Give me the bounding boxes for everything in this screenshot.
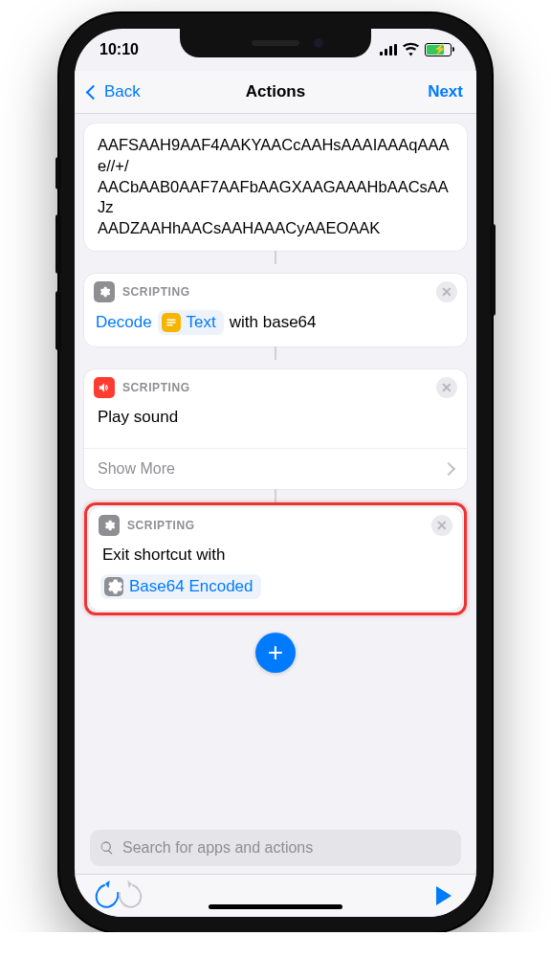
exit-prefix: Exit shortcut with	[100, 544, 451, 574]
next-button[interactable]: Next	[428, 82, 463, 101]
delete-action-button[interactable]: ✕	[431, 515, 452, 536]
search-placeholder: Search for apps and actions	[122, 839, 313, 857]
speaker-icon	[94, 377, 115, 398]
power-button	[490, 224, 496, 316]
notch	[180, 29, 371, 57]
battery-icon: ⚡	[425, 43, 452, 56]
text-lines-icon	[162, 313, 181, 332]
delete-action-button[interactable]: ✕	[436, 281, 457, 302]
back-label: Back	[104, 82, 141, 101]
show-more-button[interactable]: Show More	[84, 448, 467, 489]
chevron-right-icon	[442, 462, 455, 476]
back-button[interactable]: Back	[88, 82, 141, 101]
gear-icon	[104, 577, 123, 596]
token-label: Base64 Encoded	[129, 577, 253, 596]
flow-connector	[275, 346, 276, 360]
text-content: AAFSAAH9AAF4AAKYAACcAAHsAAAIAAAqAAAe//+/…	[98, 136, 449, 236]
run-button[interactable]	[432, 884, 455, 907]
decode-verb[interactable]: Decode	[96, 313, 152, 332]
editor-canvas: AAFSAAH9AAF4AAKYAACcAAHsAAAIAAAqAAAe//+/…	[75, 114, 476, 874]
status-time: 10:10	[99, 41, 139, 58]
play-sound-action-card[interactable]: SCRIPTING ✕ Play sound Show More	[84, 369, 467, 489]
text-variable-token[interactable]: Text	[158, 310, 224, 335]
gear-icon	[94, 281, 115, 302]
action-title: Play sound	[96, 406, 455, 436]
token-label: Text	[187, 313, 216, 332]
search-field[interactable]: Search for apps and actions	[90, 830, 461, 866]
cellular-icon	[380, 44, 397, 56]
category-label: SCRIPTING	[127, 519, 195, 532]
chevron-left-icon	[86, 84, 101, 100]
text-action-card[interactable]: AAFSAAH9AAF4AAKYAACcAAHsAAAIAAAqAAAe//+/…	[84, 123, 467, 251]
wifi-icon	[403, 42, 419, 58]
delete-action-button[interactable]: ✕	[436, 377, 457, 398]
category-label: SCRIPTING	[122, 381, 190, 394]
show-more-label: Show More	[98, 460, 175, 478]
redo-button	[119, 884, 142, 907]
volume-down	[55, 291, 61, 350]
home-indicator[interactable]	[209, 904, 342, 909]
undo-button[interactable]	[96, 884, 119, 907]
screen: 10:10 ⚡ Back Actions Next A	[75, 29, 476, 917]
base64-variable-token[interactable]: Base64 Encoded	[100, 574, 261, 599]
flow-connector	[275, 251, 276, 264]
annotation-highlight: SCRIPTING ✕ Exit shortcut with Base64 En…	[84, 502, 467, 615]
front-camera	[314, 38, 323, 48]
flow-connector	[275, 489, 276, 502]
category-label: SCRIPTING	[122, 285, 190, 299]
device-frame: 10:10 ⚡ Back Actions Next A	[59, 13, 492, 932]
gear-icon	[99, 515, 120, 536]
bottom-toolbar	[75, 874, 476, 917]
volume-up	[55, 214, 61, 274]
mute-switch	[55, 157, 61, 189]
decode-suffix: with base64	[230, 313, 317, 332]
nav-bar: Back Actions Next	[75, 71, 476, 114]
exit-shortcut-action-card[interactable]: SCRIPTING ✕ Exit shortcut with Base64 En…	[89, 507, 462, 611]
add-action-button[interactable]: +	[255, 633, 296, 673]
search-icon	[99, 840, 115, 856]
speaker	[252, 40, 299, 46]
decode-action-card[interactable]: SCRIPTING ✕ Decode Text with base64	[84, 274, 467, 346]
